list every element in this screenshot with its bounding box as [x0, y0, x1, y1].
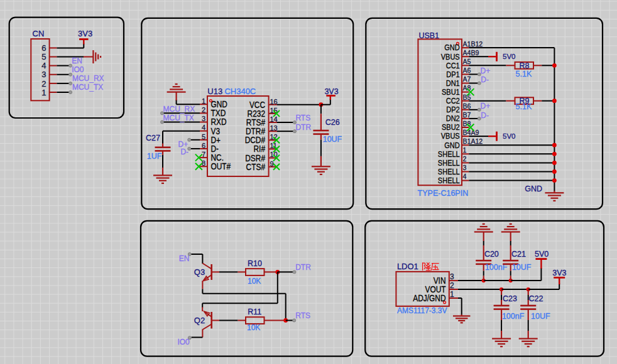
svg-text:SBU2: SBU2: [442, 123, 460, 132]
svg-text:A7: A7: [463, 75, 471, 83]
svg-text:A1B12: A1B12: [463, 40, 483, 48]
svg-text:VBUS: VBUS: [441, 52, 460, 61]
svg-text:U13: U13: [207, 87, 222, 96]
svg-text:16: 16: [270, 98, 278, 105]
svg-text:EN: EN: [72, 56, 82, 65]
svg-text:DTR: DTR: [295, 263, 311, 272]
svg-text:1: 1: [450, 290, 454, 299]
svg-text:EN: EN: [179, 254, 190, 263]
svg-text:6: 6: [41, 43, 46, 53]
svg-text:B5: B5: [463, 94, 471, 101]
svg-text:5.1K: 5.1K: [516, 70, 532, 78]
svg-text:2: 2: [41, 79, 46, 88]
svg-text:SHELL: SHELL: [438, 167, 460, 176]
svg-text:13: 13: [270, 124, 278, 132]
svg-text:4: 4: [463, 173, 467, 180]
svg-text:100nF: 100nF: [502, 312, 525, 321]
svg-text:IO0: IO0: [177, 338, 190, 346]
svg-text:GND: GND: [444, 141, 459, 149]
svg-text:5.1K: 5.1K: [516, 102, 532, 111]
svg-text:5V0: 5V0: [503, 132, 515, 140]
svg-text:C21: C21: [511, 250, 526, 259]
svg-text:DTR: DTR: [295, 123, 311, 132]
svg-text:B1A12: B1A12: [463, 137, 483, 145]
svg-text:VBUS: VBUS: [441, 132, 460, 141]
svg-text:GND: GND: [525, 185, 542, 193]
svg-text:5V0: 5V0: [503, 53, 515, 60]
svg-text:1: 1: [202, 97, 205, 105]
svg-text:D-: D-: [180, 147, 188, 156]
svg-text:3: 3: [463, 164, 467, 171]
svg-text:C20: C20: [484, 250, 499, 259]
svg-text:CTS#: CTS#: [246, 162, 266, 172]
svg-text:R10: R10: [248, 259, 262, 268]
svg-text:DP2: DP2: [446, 105, 459, 114]
svg-text:AMS1117-3.3V: AMS1117-3.3V: [397, 306, 447, 315]
svg-text:MCU_RX: MCU_RX: [163, 105, 195, 114]
svg-text:3: 3: [202, 115, 205, 122]
svg-text:ADJ/GND: ADJ/GND: [413, 293, 445, 303]
svg-text:D+: D+: [481, 67, 491, 75]
svg-text:MCU_RX: MCU_RX: [72, 74, 104, 83]
svg-text:2: 2: [463, 155, 467, 163]
svg-text:10UF: 10UF: [512, 263, 532, 272]
svg-text:DN2: DN2: [446, 114, 460, 123]
svg-text:R11: R11: [248, 308, 261, 316]
svg-text:GND: GND: [444, 43, 459, 52]
svg-text:9: 9: [270, 160, 274, 168]
svg-text:A4B9: A4B9: [463, 49, 479, 56]
svg-text:SHELL: SHELL: [438, 149, 460, 158]
svg-text:Q2: Q2: [194, 316, 205, 325]
svg-text:3V3: 3V3: [552, 269, 566, 277]
svg-text:DN1: DN1: [446, 78, 460, 87]
svg-text:A5: A5: [463, 58, 471, 65]
svg-text:3: 3: [41, 70, 46, 79]
svg-text:3: 3: [450, 272, 454, 281]
svg-text:10UF: 10UF: [323, 135, 342, 144]
svg-text:B4A9: B4A9: [463, 129, 479, 136]
svg-text:1: 1: [463, 146, 467, 154]
svg-text:C22: C22: [529, 294, 543, 303]
svg-text:D-: D-: [481, 75, 489, 84]
svg-text:6: 6: [202, 142, 205, 149]
svg-text:5: 5: [202, 133, 205, 141]
svg-text:1: 1: [41, 88, 46, 97]
svg-text:C27: C27: [146, 134, 160, 142]
svg-text:A6: A6: [463, 67, 471, 74]
svg-text:D-: D-: [481, 111, 489, 120]
svg-text:TYPE-C16PIN: TYPE-C16PIN: [418, 189, 469, 198]
svg-text:3V3: 3V3: [78, 29, 92, 38]
svg-text:1UF: 1UF: [147, 152, 162, 161]
svg-text:R8: R8: [520, 62, 530, 70]
svg-text:MCU_TX: MCU_TX: [163, 114, 194, 122]
svg-text:MCU_TX: MCU_TX: [72, 83, 103, 92]
svg-text:CN: CN: [33, 29, 45, 38]
svg-text:B6: B6: [463, 102, 471, 110]
svg-text:Q3: Q3: [194, 267, 205, 277]
svg-text:4: 4: [202, 124, 205, 131]
svg-text:SHELL: SHELL: [438, 158, 460, 167]
svg-text:C23: C23: [503, 294, 517, 303]
svg-text:OUT#: OUT#: [211, 161, 231, 171]
svg-text:RTS: RTS: [295, 311, 310, 320]
svg-text:SBU1: SBU1: [442, 87, 460, 96]
svg-text:D+: D+: [481, 102, 491, 110]
svg-text:LDO1: LDO1: [397, 262, 418, 271]
svg-text:IO0: IO0: [72, 65, 84, 74]
svg-text:C26: C26: [325, 118, 340, 127]
svg-text:10K: 10K: [247, 323, 260, 332]
svg-text:5V0: 5V0: [535, 250, 549, 259]
svg-text:5: 5: [41, 52, 46, 62]
svg-text:DP1: DP1: [446, 70, 459, 78]
svg-text:CC2: CC2: [446, 96, 460, 105]
svg-text:10UF: 10UF: [531, 312, 550, 321]
svg-text:B7: B7: [463, 111, 471, 119]
svg-text:3V3: 3V3: [324, 87, 338, 96]
svg-text:CC1: CC1: [446, 61, 460, 70]
svg-text:2: 2: [202, 106, 205, 114]
svg-text:2: 2: [450, 281, 454, 290]
svg-text:10K: 10K: [248, 277, 261, 286]
svg-text:4: 4: [41, 61, 46, 70]
svg-text:SHELL: SHELL: [438, 176, 460, 185]
svg-text:CH340C: CH340C: [224, 87, 256, 96]
